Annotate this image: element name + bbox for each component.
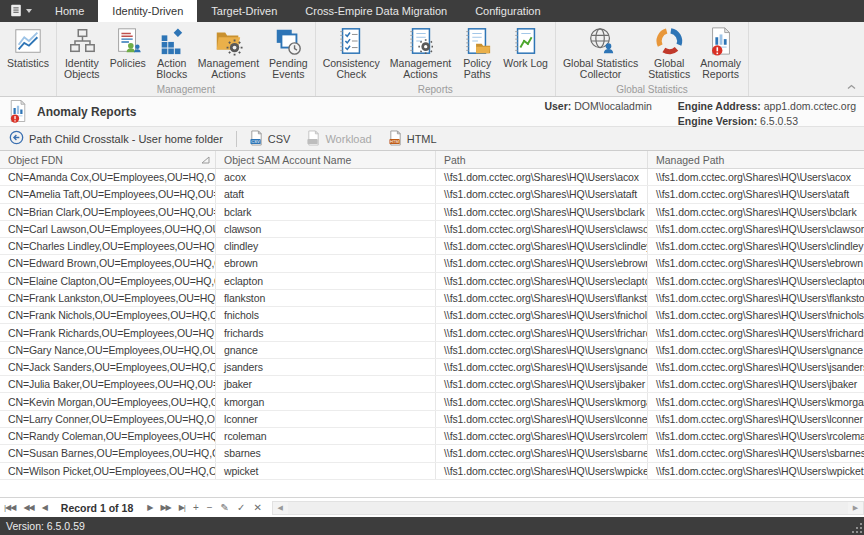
table-row[interactable]: CN=Kevin Morgan,OU=Employees,OU=HQ,OU=do… xyxy=(0,393,864,410)
export-html-button[interactable]: HTM HTML xyxy=(380,127,445,150)
ribbon-global-statistics-button[interactable]: Global Statistics xyxy=(643,22,695,80)
column-header-label: Managed Path xyxy=(656,154,724,166)
table-row[interactable]: CN=Gary Nance,OU=Employees,OU=HQ,OU=dom,… xyxy=(0,342,864,359)
table-cell: CN=Frank Nichols,OU=Employees,OU=HQ,OU=d… xyxy=(0,307,216,323)
table-cell: \\fs1.dom.cctec.org\Shares\HQ\Users\fnic… xyxy=(436,307,648,323)
next-record-button[interactable]: ▶ xyxy=(143,503,156,512)
next-page-button[interactable]: ▶▶ xyxy=(156,503,174,512)
end-edit-button[interactable]: ✓ xyxy=(233,502,249,513)
ribbon-item-label: Policies xyxy=(110,58,146,80)
toolbar-separator xyxy=(236,131,237,147)
grid-body: CN=Amanda Cox,OU=Employees,OU=HQ,OU=dom,… xyxy=(0,169,864,480)
app-menu-button[interactable] xyxy=(0,0,41,22)
last-record-button[interactable]: ▶| xyxy=(175,503,189,512)
ribbon-anomaly-reports-button[interactable]: Anomaly Reports xyxy=(695,22,746,80)
ribbon-item-label: Management Actions xyxy=(198,58,259,80)
ribbon-management-actions-button[interactable]: Management Actions xyxy=(193,22,264,80)
anomaly-reports-icon xyxy=(706,26,736,56)
table-cell: ebrown xyxy=(216,255,436,271)
column-header-path[interactable]: Path xyxy=(436,151,648,168)
tab-home[interactable]: Home xyxy=(41,0,98,22)
table-cell: eclapton xyxy=(216,273,436,289)
table-row[interactable]: CN=Frank Richards,OU=Employees,OU=HQ,OU=… xyxy=(0,324,864,341)
table-row[interactable]: CN=Julia Baker,OU=Employees,OU=HQ,OU=dom… xyxy=(0,376,864,393)
table-row[interactable]: CN=Frank Lankston,OU=Employees,OU=HQ,OU=… xyxy=(0,290,864,307)
prev-record-button[interactable]: ◀ xyxy=(38,503,51,512)
ribbon-policies-button[interactable]: Policies xyxy=(105,22,151,80)
scroll-right-arrow-icon[interactable]: ▶ xyxy=(848,502,863,514)
export-workload-button[interactable]: Workload xyxy=(298,127,379,150)
table-row[interactable]: CN=Wilson Picket,OU=Employees,OU=HQ,OU=d… xyxy=(0,463,864,480)
table-cell: CN=Frank Richards,OU=Employees,OU=HQ,OU=… xyxy=(0,324,216,340)
tab-target-driven[interactable]: Target-Driven xyxy=(197,0,291,22)
table-cell: kmorgan xyxy=(216,393,436,409)
ribbon-management-actions-report-button[interactable]: Management Actions xyxy=(385,22,456,80)
table-row[interactable]: CN=Susan Barnes,OU=Employees,OU=HQ,OU=do… xyxy=(0,445,864,462)
back-button[interactable]: Path Child Crosstalk - User home folder xyxy=(0,130,232,147)
table-cell: rcoleman xyxy=(216,428,436,444)
table-cell: \\fs1.dom.cctec.org\Shares\HQ\Users\wpic… xyxy=(648,463,864,479)
export-csv-button[interactable]: CSV CSV xyxy=(241,127,299,150)
table-row[interactable]: CN=Larry Conner,OU=Employees,OU=HQ,OU=do… xyxy=(0,411,864,428)
back-arrow-icon xyxy=(9,130,24,147)
horizontal-scrollbar[interactable]: ◀ ▶ xyxy=(272,501,864,515)
table-row[interactable]: CN=Brian Clark,OU=Employees,OU=HQ,OU=dom… xyxy=(0,204,864,221)
pending-events-icon xyxy=(273,26,303,56)
ribbon-work-log-button[interactable]: Work Log xyxy=(498,22,553,80)
table-row[interactable]: CN=Jack Sanders,OU=Employees,OU=HQ,OU=do… xyxy=(0,359,864,376)
table-cell: CN=Brian Clark,OU=Employees,OU=HQ,OU=dom… xyxy=(0,204,216,220)
prev-page-button[interactable]: ◀◀ xyxy=(19,503,37,512)
table-row[interactable]: CN=Charles Lindley,OU=Employees,OU=HQ,OU… xyxy=(0,238,864,255)
resize-grip[interactable] xyxy=(852,523,862,533)
ribbon-statistics-button[interactable]: Statistics xyxy=(2,22,54,80)
ribbon-collapse-button[interactable] xyxy=(847,80,856,92)
table-row[interactable]: CN=Frank Nichols,OU=Employees,OU=HQ,OU=d… xyxy=(0,307,864,324)
export-workload-label: Workload xyxy=(325,133,371,145)
column-header-object-sam[interactable]: Object SAM Account Name xyxy=(216,151,436,168)
ribbon-pending-events-button[interactable]: Pending Events xyxy=(264,22,313,80)
engine-address-label: Engine Address: xyxy=(678,100,761,112)
tab-configuration[interactable]: Configuration xyxy=(461,0,554,22)
edit-record-button[interactable]: ✎ xyxy=(217,502,233,513)
table-cell: fnichols xyxy=(216,307,436,323)
table-row[interactable]: CN=Amanda Cox,OU=Employees,OU=HQ,OU=dom,… xyxy=(0,169,864,186)
table-cell: CN=Jack Sanders,OU=Employees,OU=HQ,OU=do… xyxy=(0,359,216,375)
delete-record-button[interactable]: − xyxy=(203,502,217,513)
tab-identity-driven[interactable]: Identity-Driven xyxy=(98,0,197,22)
scroll-left-arrow-icon[interactable]: ◀ xyxy=(273,502,288,514)
table-cell: \\fs1.dom.cctec.org\Shares\HQ\Users\rcol… xyxy=(648,428,864,444)
table-cell: \\fs1.dom.cctec.org\Shares\HQ\Users\claw… xyxy=(436,221,648,237)
column-header-managed-path[interactable]: Managed Path xyxy=(648,151,864,168)
table-cell: sbarnes xyxy=(216,445,436,461)
ribbon-identity-objects-button[interactable]: Identity Objects xyxy=(59,22,105,80)
table-cell: CN=Frank Lankston,OU=Employees,OU=HQ,OU=… xyxy=(0,290,216,306)
append-record-button[interactable]: + xyxy=(189,502,203,513)
table-cell: \\fs1.dom.cctec.org\Shares\HQ\Users\gnan… xyxy=(648,342,864,358)
scrollbar-track[interactable] xyxy=(288,502,848,514)
first-record-button[interactable]: |◀◀ xyxy=(0,503,19,512)
tab-cross-empire-data-migration[interactable]: Cross-Empire Data Migration xyxy=(291,0,461,22)
table-row[interactable]: CN=Edward Brown,OU=Employees,OU=HQ,OU=do… xyxy=(0,255,864,272)
cancel-edit-button[interactable]: ✕ xyxy=(249,502,265,513)
ribbon-policy-paths-button[interactable]: Policy Paths xyxy=(456,22,498,80)
table-row[interactable]: CN=Elaine Clapton,OU=Employees,OU=HQ,OU=… xyxy=(0,273,864,290)
table-cell: CN=Julia Baker,OU=Employees,OU=HQ,OU=dom… xyxy=(0,376,216,392)
statistics-icon xyxy=(13,26,43,56)
table-row[interactable]: CN=Carl Lawson,OU=Employees,OU=HQ,OU=dom… xyxy=(0,221,864,238)
policies-icon xyxy=(113,26,143,56)
table-cell: \\fs1.dom.cctec.org\Shares\HQ\Users\clin… xyxy=(436,238,648,254)
table-cell: frichards xyxy=(216,324,436,340)
table-cell: lconner xyxy=(216,411,436,427)
table-cell: \\fs1.dom.cctec.org\Shares\HQ\Users\acox xyxy=(648,169,864,185)
ribbon-action-blocks-button[interactable]: Action Blocks xyxy=(151,22,193,80)
ribbon-global-statistics-collector-button[interactable]: Global Statistics Collector xyxy=(558,22,643,80)
ribbon-consistency-check-button[interactable]: Consistency Check xyxy=(318,22,385,80)
work-log-icon xyxy=(511,26,541,56)
table-cell: \\fs1.dom.cctec.org\Shares\HQ\Users\claw… xyxy=(648,221,864,237)
table-cell: \\fs1.dom.cctec.org\Shares\HQ\Users\ecla… xyxy=(648,273,864,289)
table-row[interactable]: CN=Randy Coleman,OU=Employees,OU=HQ,OU=d… xyxy=(0,428,864,445)
table-row[interactable]: CN=Amelia Taft,OU=Employees,OU=HQ,OU=dom… xyxy=(0,186,864,203)
column-header-object-fdn[interactable]: Object FDN xyxy=(0,151,216,168)
global-statistics-collector-icon xyxy=(586,26,616,56)
ribbon-group-label: Reports xyxy=(316,84,555,95)
